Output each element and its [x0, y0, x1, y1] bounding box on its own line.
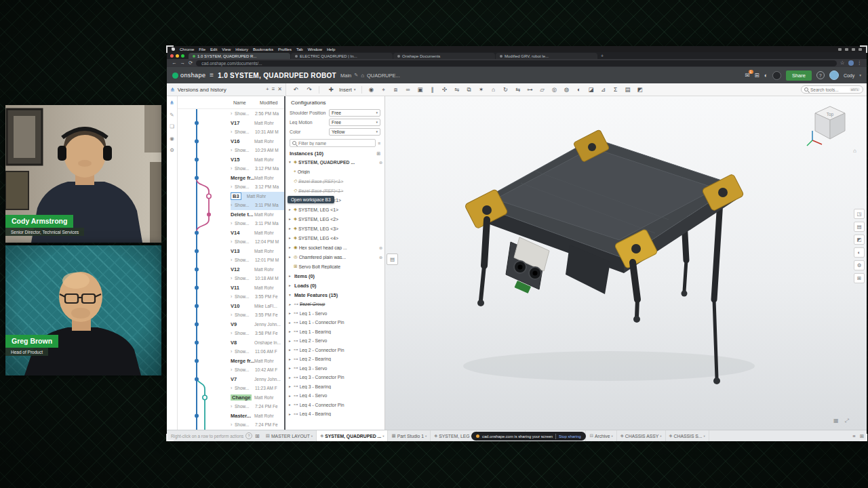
- version-row[interactable]: Merge fr... Matt Rohr › Show... 3:12 PM …: [178, 174, 284, 192]
- bom-icon[interactable]: ▤: [622, 87, 634, 93]
- show-changes-link[interactable]: Show...: [235, 184, 255, 189]
- maximize-window-icon[interactable]: [181, 54, 184, 58]
- configuration-select[interactable]: Yellow ▾: [329, 128, 380, 136]
- redo-icon[interactable]: ↷: [303, 87, 315, 93]
- filter-box[interactable]: [290, 139, 376, 147]
- show-changes-link[interactable]: Show...: [235, 129, 255, 134]
- document-tab[interactable]: ▤ MASTER LAYOUT ▾: [262, 430, 317, 441]
- reload-icon[interactable]: ⟳: [189, 60, 193, 66]
- expand-arrow-icon[interactable]: ▾: [289, 293, 292, 297]
- mass-properties-icon[interactable]: Σ: [610, 87, 622, 93]
- expand-arrow-icon[interactable]: ▸: [289, 311, 292, 315]
- expand-arrow-icon[interactable]: ▸: [289, 403, 292, 407]
- browser-tab[interactable]: 1.0 SYSTEM, QUADRUPED R...: [189, 53, 290, 59]
- grid-settings-icon[interactable]: ▦: [833, 418, 839, 424]
- display-states-icon[interactable]: ◐: [573, 87, 585, 93]
- configuration-select[interactable]: Free ▾: [329, 119, 380, 126]
- mirror-icon[interactable]: ⇋: [451, 87, 463, 93]
- mate-feature-row[interactable]: ▸ ⊶ Leg 1 - Connector Pin: [285, 318, 384, 327]
- show-changes-link[interactable]: Show...: [235, 166, 255, 171]
- replicate-icon[interactable]: ⧉: [463, 87, 475, 93]
- spotlight-icon[interactable]: [852, 48, 855, 51]
- document-tab[interactable]: ▦ Part Studio 1 ▾: [388, 430, 431, 441]
- document-tab[interactable]: ⊟ Archive ▾: [586, 430, 616, 441]
- mate-feature-row[interactable]: ▸ ⊶ Bezel Group: [285, 300, 384, 309]
- edit-icon[interactable]: ✎: [354, 73, 358, 78]
- new-tab-icon[interactable]: +: [601, 54, 604, 58]
- minimize-window-icon[interactable]: [176, 54, 179, 58]
- document-tab[interactable]: ◈ SYSTEM, QUADRUPED ... ▾: [317, 430, 388, 441]
- menubar-item[interactable]: Bookmarks: [253, 47, 273, 52]
- expand-arrow-icon[interactable]: ▸: [289, 339, 292, 343]
- chevron-down-icon[interactable]: ▾: [612, 434, 613, 438]
- expand-arrow-icon[interactable]: ▸: [289, 274, 292, 278]
- instance-row[interactable]: ◇ Bezel Base (REF)<1>: [285, 176, 384, 186]
- snapshot-icon[interactable]: ▣: [414, 87, 427, 93]
- expand-arrow-icon[interactable]: ▸: [289, 302, 292, 306]
- expand-arrow-icon[interactable]: ▸: [289, 283, 292, 287]
- expand-arrow-icon[interactable]: ▸: [289, 321, 292, 325]
- view-cube[interactable]: Top: [804, 100, 856, 151]
- chevron-down-icon[interactable]: ▾: [704, 434, 705, 438]
- theme-icon[interactable]: ◐: [764, 73, 768, 79]
- document-tab[interactable]: ◈ SYSTEM, LEG ▾: [431, 430, 477, 441]
- version-row[interactable]: V11 Matt Rohr › Show... 3:55 PM Fe: [178, 283, 284, 302]
- user-avatar[interactable]: [829, 70, 839, 80]
- fastened-icon[interactable]: ⊶: [524, 87, 536, 93]
- browser-tab[interactable]: Modified GRV, robot le...: [496, 53, 597, 59]
- configuration-select[interactable]: Free ▾: [329, 109, 380, 117]
- version-row[interactable]: V7 Jenny John... › Show... 11:23 AM F: [178, 375, 284, 393]
- version-row[interactable]: Master... Matt Rohr › Show... 7:24 PM Fe: [178, 411, 284, 430]
- version-row[interactable]: V10 Mike LaFl... › Show... 3:55 PM Fe: [178, 302, 284, 320]
- version-row[interactable]: V9 Jenny John... › Show... 3:58 PM Fe: [178, 320, 284, 338]
- mate-icon[interactable]: ◉: [366, 87, 378, 93]
- notifications-icon[interactable]: ✉1: [745, 73, 749, 79]
- mate-feature-row[interactable]: ▸ ⊶ Leg 1 - Servo: [285, 309, 384, 319]
- tables-panel-icon[interactable]: ⊞: [854, 273, 865, 283]
- mate-connector-icon[interactable]: ⌖: [378, 87, 390, 93]
- undo-icon[interactable]: ↶: [290, 87, 302, 93]
- mate-feature-row[interactable]: ▸ ⊶ Leg 4 - Connector Pin: [285, 401, 384, 410]
- add-instance-icon[interactable]: ⊞: [376, 151, 380, 157]
- menubar-item[interactable]: History: [235, 47, 248, 52]
- version-row[interactable]: V15 Matt Rohr › Show... 3:12 PM Ma: [178, 155, 284, 174]
- menubar-item[interactable]: View: [222, 47, 231, 52]
- apps-grid-icon[interactable]: ⊞: [755, 73, 760, 79]
- onshape-logo[interactable]: onshape: [172, 72, 205, 79]
- instance-row[interactable]: ⊞ Servo Bolt Replicate: [285, 262, 384, 271]
- bom-flyout-icon[interactable]: ▤: [387, 253, 398, 265]
- add-tab-icon[interactable]: ⊞: [255, 433, 260, 439]
- help-icon[interactable]: ?: [816, 71, 825, 79]
- menubar-item[interactable]: Tab: [296, 47, 303, 52]
- named-positions-icon[interactable]: ⌂: [488, 87, 500, 93]
- section-header[interactable]: ▸ Loads (0): [285, 281, 384, 290]
- circular-pattern-icon[interactable]: ✣: [439, 87, 451, 93]
- version-row[interactable]: V16 Matt Rohr › Show... 10:29 AM M: [178, 137, 284, 155]
- appearance-icon[interactable]: ◩: [634, 87, 646, 93]
- instance-row[interactable]: ▸ ◈ SYSTEM, LEG <1>: [285, 205, 384, 214]
- settings-icon[interactable]: ⚙: [170, 148, 174, 153]
- configuration-panel-icon[interactable]: ⚙: [854, 260, 865, 270]
- document-tab[interactable]: ◈ CHASSIS S... ▾: [666, 430, 709, 441]
- create-version-icon[interactable]: +: [266, 87, 269, 92]
- instance-row[interactable]: ▸ ◉ Hex socket head cap ... ⊛: [285, 243, 384, 252]
- section-view-icon[interactable]: ◪: [585, 87, 597, 93]
- cylindrical-icon[interactable]: ◎: [549, 87, 561, 93]
- mate-feature-row[interactable]: ▸ ⊶ Leg 4 - Servo: [285, 391, 384, 401]
- comments-icon[interactable]: ❏: [170, 124, 174, 129]
- version-row[interactable]: V8 Onshape In... › Show... 11:06 AM F: [178, 338, 284, 357]
- expand-arrow-icon[interactable]: ▾: [289, 160, 292, 164]
- menubar-item[interactable]: Chrome: [180, 47, 194, 52]
- expand-arrow-icon[interactable]: ▸: [289, 245, 292, 249]
- list-options-icon[interactable]: ≡: [378, 141, 380, 146]
- explode-icon[interactable]: ✶: [475, 87, 488, 93]
- version-row[interactable]: V12 Matt Rohr › Show... 10:18 AM M: [178, 265, 284, 283]
- instance-row[interactable]: ▸ ◎ Chamfered plain was... ⊛: [285, 252, 384, 262]
- address-bar[interactable]: cad.onshape.com/documents/...: [196, 60, 836, 66]
- document-tab[interactable]: ◈ CHASSIS ASSY ▾: [617, 430, 666, 441]
- menubar-item[interactable]: File: [199, 47, 205, 52]
- version-row[interactable]: Delete t... Matt Rohr › Show... 3:11 PM …: [178, 210, 284, 228]
- search-tools-box[interactable]: alt/'c: [801, 85, 863, 94]
- show-changes-link[interactable]: Show...: [235, 276, 255, 281]
- menubar-item[interactable]: Edit: [210, 47, 217, 52]
